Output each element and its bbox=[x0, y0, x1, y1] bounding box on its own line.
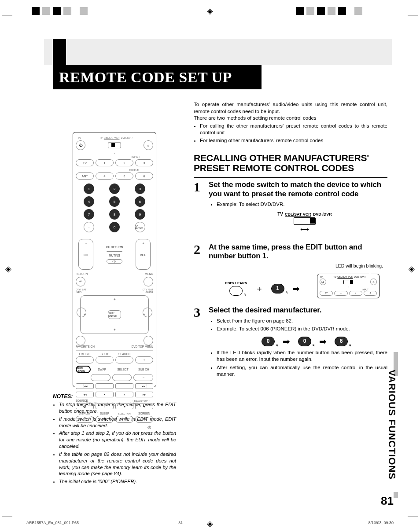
page-number: 81 bbox=[381, 494, 394, 508]
remote-input-6: 6 bbox=[135, 172, 153, 180]
side-tab-accent2 bbox=[394, 492, 398, 498]
page-title: REMOTE CODE SET UP bbox=[59, 69, 232, 86]
remote-play: ▸ bbox=[115, 392, 133, 397]
intro-bullet: For learning other manufacturers' remote… bbox=[200, 137, 387, 144]
remote-subch: − bbox=[133, 374, 153, 381]
step2-keys-diagram: EDIT/ LEARN ☟ ＋ 1☟ ➡ bbox=[213, 282, 312, 296]
note-item: If the table on page 82 does not include… bbox=[59, 451, 176, 477]
step-bullet: After setting, you can automatically use… bbox=[217, 364, 387, 378]
step-3: 3 Select the desired manufacturer. Selec… bbox=[194, 303, 387, 381]
intro-text: To operate other manufacturers' audio/vi… bbox=[194, 101, 387, 144]
remote-num-1: 1 bbox=[84, 183, 94, 194]
remote-sleep bbox=[96, 416, 114, 423]
remote-illustration: TV TV CBL/SAT VCR DVD /DVR ⏻ ☼ • INPUT T… bbox=[73, 132, 156, 387]
remote-ch-return bbox=[107, 251, 122, 252]
remote-selection bbox=[115, 416, 133, 423]
step-number: 1 bbox=[194, 180, 209, 235]
remote-input-tv: TV bbox=[76, 159, 94, 166]
footer-date: 8/10/03, 09:30 bbox=[368, 521, 394, 525]
step-2: 2 At the same time, press the EDIT butto… bbox=[194, 240, 387, 299]
num-0-key-icon: 0☟ bbox=[298, 337, 311, 346]
note-item: The initial code is "000" (PIONEER). bbox=[59, 478, 176, 485]
num-6-key-icon: 6☟ bbox=[335, 337, 348, 346]
remote-stop2: ▪ bbox=[96, 392, 114, 397]
header-band bbox=[44, 39, 392, 65]
remote-edit-learn: EDIT/ LEARN bbox=[76, 366, 91, 373]
step-title: At the same time, press the EDIT button … bbox=[209, 243, 387, 261]
remote-power-btn: ⏻ bbox=[76, 140, 85, 150]
remote-ant: ANT bbox=[76, 172, 94, 180]
step-bullet: If the LED blinks rapidly when the numbe… bbox=[217, 349, 387, 363]
remote-input-2: 2 bbox=[115, 159, 133, 166]
remote-input-4: 4 bbox=[96, 172, 114, 180]
remote-muting: ◁× bbox=[107, 259, 122, 264]
arrow-icon: ➡ bbox=[283, 336, 290, 347]
note-item: After step 1 and step 2, if you do not p… bbox=[59, 430, 176, 450]
remote-num-6: 6 bbox=[135, 196, 145, 207]
remote-brand-logo: ℗ bbox=[76, 425, 153, 430]
footer-page: 81 bbox=[178, 521, 183, 525]
footer-file: ARB1557A_En_081_091.P65 bbox=[26, 521, 79, 525]
step-number: 2 bbox=[194, 243, 209, 299]
remote-search bbox=[115, 356, 133, 363]
remote-screen-size: SIZE bbox=[135, 416, 153, 423]
step-title: Set the mode switch to match the device … bbox=[209, 180, 387, 198]
step-bullet: Example: To select 006 (PIONEER) in the … bbox=[217, 326, 387, 333]
remote-swap bbox=[91, 374, 111, 381]
remote-rec: ● bbox=[135, 404, 153, 409]
remote-stop: ■ bbox=[115, 404, 133, 409]
remote-rew: ◂◂ bbox=[76, 392, 94, 397]
remote-select bbox=[112, 374, 132, 381]
remote-split bbox=[96, 356, 114, 363]
remote-input-1: 1 bbox=[96, 159, 114, 166]
remote-num-2: 2 bbox=[109, 183, 120, 194]
edit-learn-key-icon: ☟ bbox=[229, 286, 243, 296]
footer-meta: ARB1557A_En_081_091.P65 81 8/10/03, 09:3… bbox=[26, 521, 394, 525]
remote-num-dot: · bbox=[84, 222, 94, 232]
mode-switch-diagram: TV CBL/SAT VCR DVD /DVR ⟷ bbox=[222, 212, 387, 233]
intro-bullet: For calling the other manufacturers' pre… bbox=[200, 123, 387, 136]
step-bullet: Example: To select DVD/DVR. bbox=[217, 201, 387, 208]
remote-input-3: 3 bbox=[135, 159, 153, 166]
remote-pause: ⏸ bbox=[96, 404, 114, 409]
remote-num-5: 5 bbox=[109, 196, 120, 207]
remote-num-3: 3 bbox=[135, 183, 145, 194]
remote-display bbox=[76, 416, 94, 423]
remote-vol-rocker: ＋VOL− bbox=[136, 239, 151, 270]
page-title-bar: REMOTE CODE SET UP bbox=[53, 65, 262, 89]
remote-num-9: 9 bbox=[135, 209, 145, 220]
remote-ff: ▸▸ bbox=[135, 392, 153, 397]
num-1-key-icon: 1☟ bbox=[271, 284, 284, 294]
arrow-icon: ➡ bbox=[292, 283, 300, 294]
step-1: 1 Set the mode switch to match the devic… bbox=[194, 177, 387, 235]
remote-return-btn: ↶ bbox=[76, 277, 85, 286]
crop-mark-side-right: ◈ bbox=[409, 264, 415, 274]
remote-mode-switch bbox=[108, 143, 121, 148]
led-label: LED will begin blinking. bbox=[317, 263, 383, 268]
section-heading: RECALLING OTHER MANUFACTURERS' PRESET RE… bbox=[194, 153, 387, 173]
remote-ch-enter: CH ENTER bbox=[135, 222, 145, 232]
remote-dpad: ✦ ✦ ✦ ✦ SET/ ENTER bbox=[80, 295, 149, 334]
remote-num-4: 4 bbox=[84, 196, 94, 207]
step3-keys-diagram: 0☟ ➡ 0☟ ➡ 6☟ bbox=[222, 336, 387, 347]
crop-mark-top: ◈ bbox=[0, 0, 420, 16]
remote-plus: ＋ bbox=[135, 356, 153, 363]
remote-freeze bbox=[76, 356, 94, 363]
header-accent bbox=[53, 39, 66, 65]
remote-light-btn: ☼ bbox=[144, 140, 153, 150]
remote-skip-back: ⎮◂◂ bbox=[76, 383, 94, 389]
remote-num-8: 8 bbox=[109, 209, 120, 220]
arrow-icon: ➡ bbox=[319, 336, 327, 347]
remote-set-enter: SET/ ENTER bbox=[108, 310, 121, 319]
remote-t1b bbox=[96, 383, 114, 389]
remote-num-0: 0 bbox=[109, 222, 120, 232]
step-number: 3 bbox=[194, 306, 209, 381]
remote-t1c bbox=[115, 383, 133, 389]
remote-dvdtop-btn bbox=[144, 336, 153, 345]
mini-remote-diagram: TV TVCBL/SAT VCRDVD /DVR ⏻ ☼ • INPUT bbox=[317, 274, 379, 298]
step-title: Select the desired manufacturer. bbox=[209, 306, 387, 315]
remote-source: ⏻ bbox=[76, 404, 94, 409]
remote-fav-btn bbox=[76, 336, 85, 345]
num-0-key-icon: 0☟ bbox=[262, 337, 275, 346]
remote-num-7: 7 bbox=[84, 209, 94, 220]
